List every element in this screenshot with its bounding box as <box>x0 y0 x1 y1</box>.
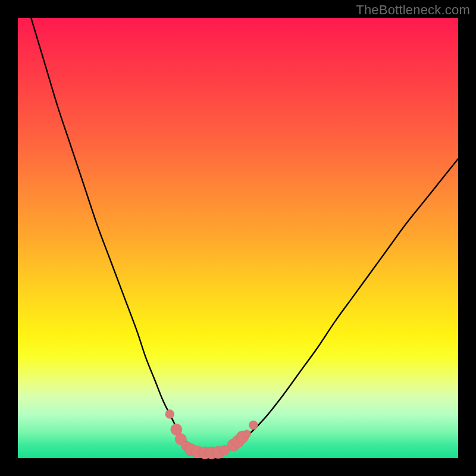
chart-frame: TheBottleneck.com <box>0 0 476 476</box>
plot-area <box>18 18 458 458</box>
curve-marker <box>243 430 250 438</box>
curve-layer <box>18 18 458 458</box>
watermark-text: TheBottleneck.com <box>356 2 470 18</box>
curve-markers <box>165 410 258 459</box>
curve-marker <box>249 421 258 430</box>
bottleneck-curve <box>31 18 458 453</box>
curve-marker <box>165 410 174 419</box>
